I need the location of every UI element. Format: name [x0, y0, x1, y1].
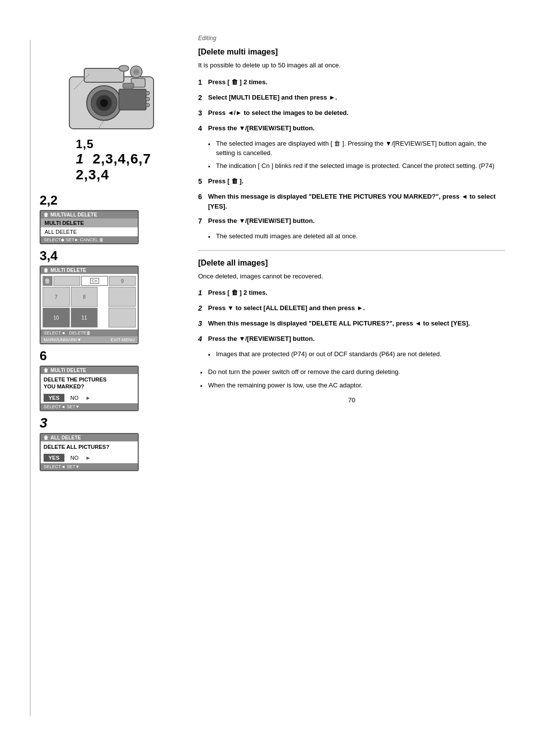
- screen-3b-title: 🗑 ALL DELETE: [41, 434, 138, 441]
- step-label-15: 1,5: [76, 137, 94, 151]
- arrow-3b: ►: [86, 455, 91, 461]
- svg-point-8: [133, 69, 139, 75]
- note-0: • Do not turn the power switch off or re…: [200, 367, 505, 378]
- btn-yes-6: YES: [44, 394, 64, 402]
- grid-row-2: 10 11: [43, 308, 136, 327]
- screen-multi-delete-confirm: 🗑 MULTI DELETE DELETE THE PICTURES YOU M…: [40, 366, 139, 411]
- grid-cell-11: 11: [71, 308, 98, 327]
- screen-6-buttons: YES NO ►: [41, 392, 138, 403]
- svg-rect-10: [119, 89, 146, 110]
- step-da-4: 4 Press the ▼/[REVIEW/SET] button.: [198, 334, 505, 344]
- grid-cell-7: 7: [43, 287, 70, 307]
- trash-icon-34: 🗑: [44, 268, 49, 273]
- screen-6-title: 🗑 MULTI DELETE: [41, 367, 138, 374]
- svg-point-5: [100, 99, 108, 107]
- step-label-34: 3,4: [40, 248, 57, 263]
- bullet-dm-4-0: • The selected images are displayed with…: [208, 139, 505, 158]
- step-dm-3: 3 Press ◄/► to select the images to be d…: [198, 108, 505, 118]
- grid-cell-9b: [108, 287, 136, 307]
- btn-no-6: NO: [67, 394, 82, 402]
- step-dm-5: 5 Press [ 🗑 ].: [198, 176, 505, 187]
- step-label-22: 2,2: [40, 193, 57, 208]
- bullets-dm-7: • The selected multi images are deleted …: [208, 231, 505, 242]
- bullets-da-4: • Images that are protected (P74) or out…: [208, 349, 505, 360]
- grid-cell-trash: 🗑: [43, 276, 53, 286]
- bullet-dm-7-0: • The selected multi images are deleted …: [208, 231, 505, 242]
- grid-cell-10: 10: [43, 308, 70, 327]
- step-label-6: 6: [40, 348, 47, 363]
- screen-22-title: 🗑 MULTI/ALL DELETE: [41, 211, 138, 218]
- step-labels-camera: 1,5 1 2,3,4,6,7 2,3,4: [76, 137, 151, 183]
- left-border: [30, 40, 31, 716]
- screen-6-bottom: SELECT◄ SET▼: [41, 403, 138, 410]
- svg-point-12: [146, 91, 150, 95]
- step-dm-4: 4 Press the ▼/[REVIEW/SET] button.: [198, 123, 505, 134]
- svg-point-14: [146, 103, 150, 107]
- step-dm-2: 2 Select [MULTI DELETE] and then press ►…: [198, 93, 505, 103]
- screen-34-bottom: SELECT◄ DELETE🗑: [41, 329, 138, 336]
- grid-cell-empty2: [108, 308, 136, 327]
- btn-yes-3b: YES: [44, 454, 64, 462]
- grid-cell-empty0: [54, 276, 80, 286]
- delete-multi-heading: [Delete multi images]: [198, 48, 505, 56]
- step-label-3b-outer: 3: [40, 415, 183, 431]
- svg-point-9: [119, 65, 129, 71]
- step-label-34-outer: 3,4: [40, 248, 183, 264]
- delete-all-heading: [Delete all images]: [198, 259, 505, 268]
- arrow-6: ►: [86, 395, 91, 401]
- svg-rect-1: [84, 68, 124, 82]
- screen-6-message: DELETE THE PICTURES YOU MARKED?: [41, 374, 138, 392]
- screen-22-bottom: SELECT◆ SET► CANCEL 🗑: [41, 236, 138, 243]
- svg-point-13: [146, 97, 150, 101]
- camera-image: [59, 59, 163, 136]
- btn-no-3b: NO: [67, 454, 82, 462]
- step-dm-1: 1 Press [ 🗑 ] 2 times.: [198, 77, 505, 88]
- screen-multi-delete-grid: 🗑 MULTI DELETE 🗑 Cn 9 7 8: [40, 266, 139, 344]
- trash-icon-3b: 🗑: [44, 435, 49, 440]
- section-divider: [198, 250, 505, 251]
- right-column: Editing [Delete multi images] It is poss…: [183, 30, 535, 726]
- menu-item-multi-delete: MULTI DELETE: [41, 218, 138, 227]
- screen-all-delete-confirm: 🗑 ALL DELETE DELETE ALL PICTURES? YES NO…: [40, 433, 139, 471]
- screen-34-title: 🗑 MULTI DELETE: [41, 267, 138, 274]
- grid-cell-8: 8: [71, 287, 98, 307]
- grid-row-1: 7 8: [43, 287, 136, 307]
- step-label-6-outer: 6: [40, 348, 183, 364]
- grid-row-0: 🗑 Cn 9: [43, 276, 136, 286]
- page-number: 70: [198, 396, 505, 404]
- screen-3b-bottom: SELECT◄ SET▼: [41, 463, 138, 470]
- grid-area: 🗑 Cn 9 7 8 10 11: [41, 274, 138, 329]
- step-da-1: 1 Press [ 🗑 ] 2 times.: [198, 288, 505, 298]
- bullet-dm-4-1: • The indication [ Cn ] blinks red if th…: [208, 161, 505, 172]
- camera-area: 1,5 1 2,3,4,6,7 2,3,4: [40, 59, 183, 188]
- note-1: • When the remaining power is low, use t…: [200, 380, 505, 391]
- step-label-22-outer: 2,2: [40, 193, 183, 208]
- step-dm-7: 7 Press the ▼/[REVIEW/SET] button.: [198, 216, 505, 226]
- step-da-3: 3 When this message is displayed "DELETE…: [198, 319, 505, 329]
- step-label-234: 2,3,4: [76, 167, 109, 182]
- step-label-23467: 2,3,4,6,7: [93, 151, 151, 166]
- delete-multi-intro: It is possible to delete up to 50 images…: [198, 60, 505, 70]
- grid-cell-num9: 9: [109, 276, 136, 286]
- bullets-dm-4: • The selected images are displayed with…: [208, 139, 505, 172]
- section-tag: Editing: [198, 35, 505, 42]
- bullet-da-4-0: • Images that are protected (P74) or out…: [208, 349, 505, 360]
- notes-section: • Do not turn the power switch off or re…: [200, 367, 505, 391]
- screen-3b-message: DELETE ALL PICTURES?: [41, 441, 138, 452]
- step-dm-6: 6 When this message is displayed "DELETE…: [198, 192, 505, 211]
- step-label-italic1: 1: [76, 151, 84, 166]
- screen-34-bottom2: MARK/UNMARK▼ EXIT MENU: [41, 336, 138, 343]
- step-da-2: 2 Press ▼ to select [ALL DELETE] and the…: [198, 303, 505, 314]
- grid-cell-cn: Cn: [81, 276, 108, 286]
- trash-icon-22: 🗑: [44, 212, 49, 217]
- screen-3b-buttons: YES NO ►: [41, 452, 138, 463]
- trash-icon-6: 🗑: [44, 368, 49, 373]
- delete-all-intro: Once deleted, images cannot be recovered…: [198, 271, 505, 281]
- step-label-3b: 3: [40, 415, 48, 431]
- menu-item-all-delete: ALL DELETE: [41, 227, 138, 236]
- screen-multi-all-delete: 🗑 MULTI/ALL DELETE MULTI DELETE ALL DELE…: [40, 210, 139, 244]
- left-column: 1,5 1 2,3,4,6,7 2,3,4 2,2 🗑 MULTI/ALL DE…: [0, 30, 183, 726]
- svg-rect-11: [123, 83, 134, 88]
